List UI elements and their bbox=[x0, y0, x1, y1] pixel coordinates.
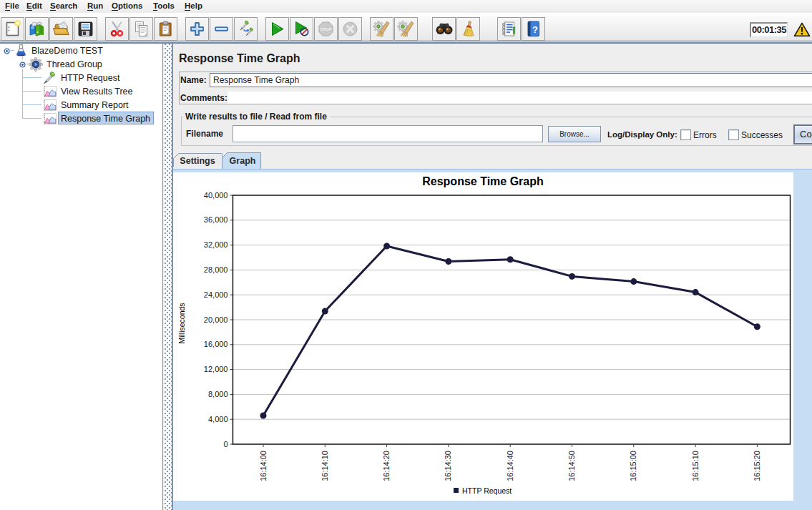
svg-text:40,000: 40,000 bbox=[204, 191, 228, 200]
svg-text:16:14:20: 16:14:20 bbox=[382, 451, 391, 481]
svg-text:16:14:30: 16:14:30 bbox=[444, 451, 452, 481]
svg-text:16:14:10: 16:14:10 bbox=[321, 451, 329, 481]
svg-text:Settings: Settings bbox=[180, 156, 215, 166]
svg-text:Milliseconds: Milliseconds bbox=[177, 303, 186, 343]
svg-text:36,000: 36,000 bbox=[204, 215, 228, 224]
svg-text:16,000: 16,000 bbox=[204, 340, 228, 348]
svg-text:HTTP Request: HTTP Request bbox=[462, 486, 512, 495]
svg-text:8,000: 8,000 bbox=[208, 390, 228, 398]
svg-text:16:15:20: 16:15:20 bbox=[753, 451, 761, 481]
svg-text:Graph: Graph bbox=[230, 156, 256, 166]
svg-text:Response Time Graph: Response Time Graph bbox=[422, 175, 544, 187]
svg-text:32,000: 32,000 bbox=[204, 240, 228, 249]
svg-text:16:15:00: 16:15:00 bbox=[629, 451, 637, 481]
svg-text:0: 0 bbox=[223, 440, 228, 448]
svg-text:20,000: 20,000 bbox=[204, 315, 228, 324]
svg-text:12,000: 12,000 bbox=[204, 365, 228, 373]
svg-text:16:14:00: 16:14:00 bbox=[259, 451, 268, 481]
svg-text:STOP: STOP bbox=[320, 27, 331, 31]
svg-text:16:14:50: 16:14:50 bbox=[567, 451, 576, 481]
svg-text:24,000: 24,000 bbox=[204, 290, 228, 299]
svg-text:28,000: 28,000 bbox=[204, 265, 228, 274]
svg-text:16:14:40: 16:14:40 bbox=[506, 451, 514, 481]
svg-text:4,000: 4,000 bbox=[208, 415, 228, 423]
svg-text:?: ? bbox=[532, 24, 538, 35]
svg-text:16:15:10: 16:15:10 bbox=[691, 451, 700, 481]
